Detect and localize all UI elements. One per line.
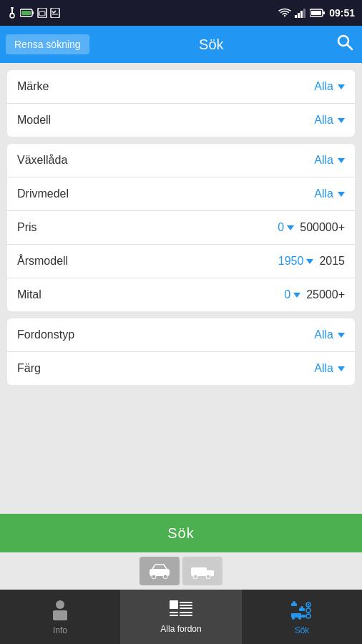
nav-alla-fordon[interactable]: Alla fordon	[121, 590, 241, 644]
svg-rect-7	[21, 11, 31, 15]
svg-rect-10	[51, 8, 59, 18]
svg-rect-29	[53, 610, 67, 620]
svg-rect-13	[298, 13, 300, 18]
nav-info[interactable]: Info	[0, 590, 121, 644]
usb-icon	[7, 7, 17, 19]
svg-point-45	[298, 617, 301, 620]
mital-min-chevron	[293, 293, 300, 298]
list-icon	[170, 600, 192, 621]
pris-range: 0 500000+	[278, 221, 345, 234]
nav-info-label: Info	[53, 625, 67, 635]
bottom-section: Sök	[0, 514, 362, 644]
task-icon	[50, 8, 60, 18]
card-brand-model: Märke Alla Modell Alla	[7, 70, 355, 137]
vaxellada-row[interactable]: Växellåda Alla	[7, 144, 355, 177]
svg-rect-9	[39, 11, 45, 16]
svg-rect-18	[311, 11, 321, 15]
svg-rect-39	[291, 603, 297, 606]
nav-sok[interactable]: Sök	[241, 590, 362, 644]
drivmedel-label: Drivmedel	[17, 187, 69, 200]
vaxellada-value: Alla	[314, 154, 345, 167]
arsmodell-max: 2015	[319, 255, 345, 268]
vaxellada-chevron	[338, 158, 345, 163]
status-bar: 09:51	[0, 0, 362, 26]
wifi-icon	[278, 8, 291, 18]
svg-rect-41	[299, 608, 305, 611]
bottom-nav: Info Alla fordon	[0, 590, 362, 644]
top-nav-bar: Rensa sökning Sök	[0, 26, 362, 63]
car-tab[interactable]	[140, 557, 180, 585]
sok-nav-svg-icon	[290, 599, 314, 620]
svg-point-26	[193, 575, 197, 579]
fordonstyp-value: Alla	[314, 328, 345, 341]
svg-rect-36	[180, 612, 192, 613]
main-content: Märke Alla Modell Alla Växellåda Alla Dr…	[0, 63, 362, 551]
svg-point-49	[306, 614, 310, 618]
truck-tab[interactable]	[182, 557, 222, 585]
nav-alla-fordon-label: Alla fordon	[160, 624, 201, 634]
battery-icon	[20, 8, 34, 18]
vehicle-type-tabs	[0, 552, 362, 590]
card-type-color: Fordonstyp Alla Färg Alla	[7, 318, 355, 385]
svg-point-23	[163, 575, 167, 579]
mital-row[interactable]: Mital 0 25000+	[7, 278, 355, 311]
sim-icon	[37, 8, 47, 18]
svg-rect-24	[191, 567, 207, 576]
mital-min: 0	[284, 288, 300, 301]
clear-search-button[interactable]: Rensa sökning	[6, 34, 89, 54]
arsmodell-label: Årsmodell	[17, 255, 68, 268]
svg-rect-14	[300, 11, 303, 18]
pris-max: 500000+	[300, 221, 345, 234]
svg-rect-34	[170, 612, 178, 613]
marke-label: Märke	[17, 80, 49, 93]
farg-chevron	[338, 366, 345, 371]
arsmodell-range: 1950 2015	[278, 255, 345, 268]
vaxellada-label: Växellåda	[17, 154, 67, 167]
svg-point-48	[306, 608, 310, 613]
svg-rect-12	[295, 15, 297, 18]
svg-rect-37	[180, 615, 192, 616]
modell-row[interactable]: Modell Alla	[7, 104, 355, 137]
status-icons-left	[7, 7, 60, 19]
svg-rect-0	[11, 7, 14, 9]
page-title: Sök	[89, 36, 333, 53]
svg-rect-31	[180, 602, 192, 603]
svg-rect-3	[10, 13, 11, 14]
drivmedel-chevron	[338, 192, 345, 197]
drivmedel-value: Alla	[314, 187, 345, 200]
car-icon	[147, 563, 172, 579]
marke-row[interactable]: Märke Alla	[7, 70, 355, 104]
battery-main-icon	[310, 8, 326, 18]
drivmedel-row[interactable]: Drivmedel Alla	[7, 177, 355, 211]
mital-range: 0 25000+	[284, 288, 345, 301]
pris-min: 0	[278, 221, 294, 234]
svg-rect-30	[170, 600, 178, 609]
truck-icon	[190, 563, 215, 579]
svg-rect-6	[32, 11, 34, 14]
modell-label: Modell	[17, 114, 51, 127]
pris-label: Pris	[17, 221, 37, 234]
svg-point-27	[206, 575, 210, 579]
svg-rect-4	[13, 13, 14, 14]
nav-sok-label: Sök	[295, 625, 310, 635]
svg-point-47	[308, 603, 309, 605]
svg-point-22	[152, 575, 156, 579]
search-button[interactable]	[333, 31, 356, 58]
signal-icon	[295, 8, 306, 18]
farg-row[interactable]: Färg Alla	[7, 352, 355, 385]
fordonstyp-row[interactable]: Fordonstyp Alla	[7, 318, 355, 352]
svg-rect-33	[180, 608, 192, 609]
fordonstyp-label: Fordonstyp	[17, 328, 74, 341]
sok-button[interactable]: Sök	[0, 514, 362, 552]
fordonstyp-chevron	[338, 333, 345, 338]
pris-row[interactable]: Pris 0 500000+	[7, 211, 355, 245]
arsmodell-row[interactable]: Årsmodell 1950 2015	[7, 245, 355, 278]
svg-rect-32	[180, 605, 192, 606]
farg-value: Alla	[314, 362, 345, 375]
farg-label: Färg	[17, 362, 41, 375]
person-svg-icon	[50, 599, 70, 620]
arsmodell-min: 1950	[278, 255, 314, 268]
svg-rect-17	[323, 11, 325, 14]
mital-max: 25000+	[306, 288, 345, 301]
marke-value: Alla	[314, 80, 345, 93]
